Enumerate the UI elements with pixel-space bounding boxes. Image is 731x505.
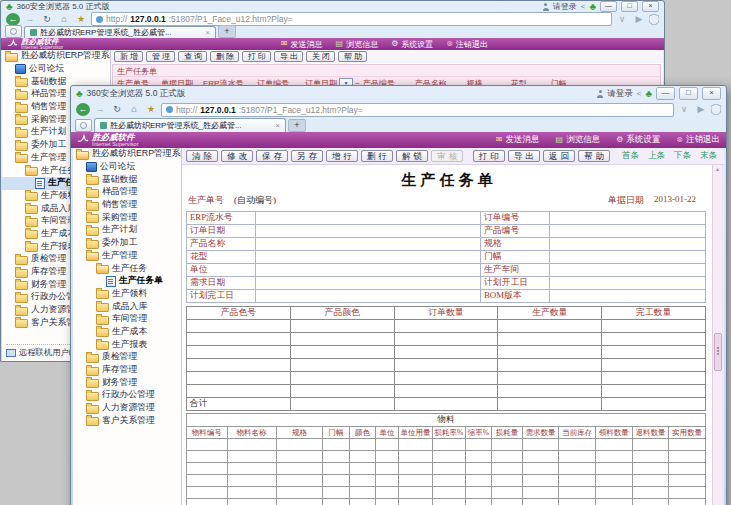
grid-cell[interactable] [595, 487, 632, 499]
grid-cell[interactable] [227, 463, 276, 475]
grid-cell[interactable] [669, 487, 706, 499]
tree-item[interactable]: 公司论坛 [2, 63, 110, 76]
grid-cell[interactable] [595, 499, 632, 505]
grid-cell[interactable] [433, 499, 466, 505]
grid-cell[interactable] [394, 346, 498, 359]
grid-cell[interactable] [433, 439, 466, 451]
tree-item[interactable]: 采购管理 [73, 211, 181, 224]
grid-cell[interactable] [433, 487, 466, 499]
grid-cell[interactable] [433, 451, 466, 463]
toolbar-button[interactable]: 返回 [543, 150, 575, 162]
grid-cell[interactable] [187, 439, 228, 451]
grid-cell[interactable] [187, 451, 228, 463]
grid-cell[interactable] [276, 487, 323, 499]
back-button[interactable]: ← [76, 103, 90, 116]
grid-cell[interactable] [227, 487, 276, 499]
toolbar-button[interactable]: 解锁 [396, 150, 428, 162]
grid-cell[interactable] [398, 499, 433, 505]
grid-cell[interactable] [595, 439, 632, 451]
grid-cell[interactable] [498, 346, 602, 359]
forward-button[interactable]: → [23, 13, 37, 26]
grid-cell[interactable] [349, 475, 375, 487]
grid-cell[interactable] [522, 451, 559, 463]
grid-cell[interactable] [323, 463, 349, 475]
back-button[interactable]: ← [6, 13, 20, 26]
field-value-cell[interactable] [256, 212, 481, 225]
field-value-cell[interactable] [550, 212, 706, 225]
grid-cell[interactable] [276, 475, 323, 487]
home-button[interactable]: ⌂ [57, 13, 71, 26]
grid-cell[interactable] [187, 475, 228, 487]
grid-cell[interactable] [227, 475, 276, 487]
tree-item[interactable]: 公司论坛 [73, 161, 181, 174]
title-bar[interactable]: ♣ 360安全浏览器 5.0 正式版 请登录 < ♣ — □ × [1, 1, 664, 12]
shield-icon[interactable] [649, 14, 659, 25]
close-button[interactable]: × [642, 1, 659, 12]
nav-link[interactable]: 上条 [648, 150, 665, 162]
tree-item[interactable]: 生产成本 [73, 326, 181, 339]
field-value-cell[interactable] [256, 290, 481, 303]
appmenu-logout[interactable]: ⊗注销退出 [446, 39, 488, 50]
grid-cell[interactable] [290, 333, 394, 346]
grid-cell[interactable] [227, 499, 276, 505]
grid-cell[interactable] [465, 475, 491, 487]
grid-cell[interactable] [602, 385, 706, 398]
grid-cell[interactable] [398, 463, 433, 475]
grid-cell[interactable] [669, 463, 706, 475]
grid-cell[interactable] [559, 475, 596, 487]
grid-cell[interactable] [433, 463, 466, 475]
tree-item[interactable]: 质检管理 [73, 351, 181, 364]
vertical-scrollbar[interactable]: ▲ [712, 165, 722, 505]
tree-item[interactable]: 生产领料 [73, 288, 181, 301]
grid-cell[interactable] [465, 451, 491, 463]
maximize-button[interactable]: □ [621, 1, 638, 12]
nav-link[interactable]: 首条 [622, 150, 639, 162]
grid-cell[interactable] [349, 499, 375, 505]
forward-button[interactable]: → [93, 103, 107, 116]
toolbar-button[interactable]: 删除 [210, 51, 239, 62]
collapse-icon[interactable]: < [581, 2, 586, 11]
appmenu-logout[interactable]: ⊗注销退出 [676, 134, 720, 146]
grid-cell[interactable] [349, 487, 375, 499]
toolbar-button[interactable]: 保存 [256, 150, 288, 162]
shield-icon[interactable] [711, 104, 721, 115]
grid-cell[interactable] [669, 439, 706, 451]
tab-close-icon[interactable]: × [275, 121, 280, 130]
field-value-cell[interactable] [550, 238, 706, 251]
grid-cell[interactable] [595, 475, 632, 487]
toolbar-button[interactable]: 导出 [508, 150, 540, 162]
grid-cell[interactable] [394, 372, 498, 385]
grid-cell[interactable] [559, 439, 596, 451]
refresh-button[interactable]: ↻ [40, 13, 54, 26]
appmenu-settings[interactable]: ⚙系统设置 [391, 39, 433, 50]
tree-item[interactable]: 生产报表 [73, 338, 181, 351]
grid-cell[interactable] [559, 451, 596, 463]
toolbar-button[interactable]: 打印 [242, 51, 271, 62]
collapse-icon[interactable]: < [637, 89, 642, 98]
grid-cell[interactable] [187, 346, 291, 359]
grid-cell[interactable] [595, 463, 632, 475]
grid-cell[interactable] [602, 346, 706, 359]
grid-cell[interactable] [632, 463, 669, 475]
tree-item[interactable]: 生产任务 [73, 262, 181, 275]
grid-cell[interactable] [559, 499, 596, 505]
grid-cell[interactable] [290, 385, 394, 398]
go-button[interactable]: ▶ [694, 103, 708, 116]
grid-cell[interactable] [276, 463, 323, 475]
grid-cell[interactable] [669, 499, 706, 505]
tree-item[interactable]: 客户关系管理 [73, 414, 181, 427]
tab-close-icon[interactable]: × [205, 28, 210, 37]
tree-item[interactable]: 车间管理 [73, 313, 181, 326]
nav-link[interactable]: 下条 [674, 150, 691, 162]
grid-cell[interactable] [559, 487, 596, 499]
grid-cell[interactable] [498, 333, 602, 346]
toolbar-button[interactable]: 清除 [186, 150, 218, 162]
grid-cell[interactable] [498, 385, 602, 398]
grid-cell[interactable] [394, 320, 498, 333]
grid-cell[interactable] [187, 463, 228, 475]
field-value-cell[interactable] [256, 238, 481, 251]
appmenu-message[interactable]: ✉发送消息 [496, 134, 540, 146]
field-value-cell[interactable] [256, 277, 481, 290]
grid-cell[interactable] [492, 499, 523, 505]
grid-cell[interactable] [376, 451, 398, 463]
